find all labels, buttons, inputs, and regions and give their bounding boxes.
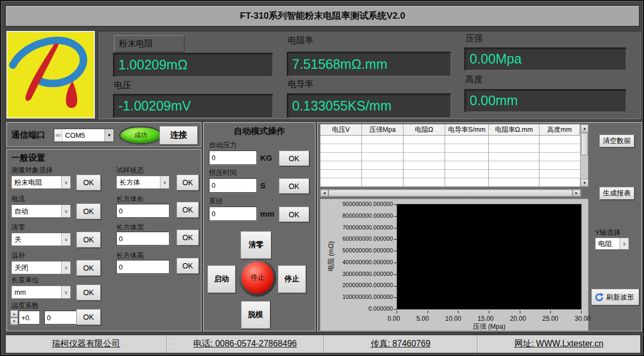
pressure-label: 压强 [465,33,482,44]
sample-state-ok-button[interactable]: OK [176,175,199,191]
auto-pressure-field[interactable]: 0 [209,151,257,165]
zeroing-select[interactable]: 关 ∨ [11,233,71,246]
com-port-select[interactable]: I/O COM5 ▼ [54,129,114,142]
hold-time-unit: S [260,178,265,193]
voltage-label: 电压 [114,80,131,91]
col-header-resistivity: 电阻率Ω.mm [489,124,540,135]
hold-time-label: 恒压时间 [209,168,237,178]
chevron-down-icon[interactable]: ∨ [61,262,70,274]
cuboid-height-field[interactable]: 0 [116,260,170,274]
cuboid-width-ok-button[interactable]: OK [176,230,199,246]
temp-coefficient-stepper[interactable]: ▲ ▼ [10,310,18,325]
auto-mode-panel: 自动模式操作 自动压力 0 KG OK 恒压时间 0 S OK 直径 0 mm … [203,122,316,331]
auto-mode-title: 自动模式操作 [204,126,315,137]
chevron-down-icon[interactable]: ∨ [61,205,70,217]
col-header-conductivity: 电导率S/mm [445,124,489,135]
plot-area [397,204,582,310]
cuboid-length-ok-button[interactable]: OK [176,202,199,218]
logo-r-icon [7,32,94,117]
clear-button[interactable]: 清零 [240,231,271,259]
diameter-ok-button[interactable]: OK [279,207,309,222]
measurement-display-panel: 粉末电阻 1.00209mΩ 电压 -1.00209mV 电阻率 7.51568… [98,31,641,119]
scroll-left-icon[interactable]: ◄ [320,189,328,196]
measure-object-select[interactable]: 粉末电阻 ∨ [11,176,71,189]
connection-status-text: 成功 [134,131,147,140]
hold-time-field[interactable]: 0 [209,178,257,193]
powder-resistance-value: 1.00209mΩ [113,53,273,77]
temp-comp-label: 温补 [11,251,25,260]
connect-button[interactable]: 连接 [159,126,198,145]
increment-arrow-icon[interactable]: ▲ [10,310,18,318]
scroll-up-icon[interactable]: ▲ [581,124,589,132]
cuboid-width-field[interactable]: 0 [116,232,170,246]
waveform-chart: 电阻 (mΩ) 900000000.000000 800000000.00000… [320,199,589,331]
visa-io-icon: I/O [54,129,62,141]
horizontal-scroll-thumb[interactable] [328,189,573,196]
measure-object-ok-button[interactable]: OK [76,175,101,191]
chevron-down-icon[interactable]: ∨ [619,238,629,249]
auto-pressure-ok-button[interactable]: OK [279,151,309,166]
pressure-value: 0.00Mpa [464,48,626,70]
resistivity-label: 电阻率 [288,35,313,46]
cuboid-height-ok-button[interactable]: OK [176,258,199,274]
results-table: 电压V 压强Mpa 电阻Ω 电导率S/mm 电阻率Ω.mm 高度mm ▲ ▼ [320,124,589,187]
resistivity-value: 7.51568mΩ.mm [287,52,451,76]
results-region: 电压V 压强Mpa 电阻Ω 电导率S/mm 电阻率Ω.mm 高度mm ▲ ▼ ◄… [317,122,642,331]
clear-data-button[interactable]: 清空数据 [599,135,634,147]
chevron-down-icon[interactable]: ∨ [61,176,70,188]
length-unit-select[interactable]: mm ∨ [11,286,71,299]
sample-state-select[interactable]: 长方体 ∨ [116,176,170,189]
app-window: FT-310系列智能粉末电阻率测试系统V2.0 粉末电阻 1.00209mΩ 电… [0,0,644,356]
table-vertical-scrollbar[interactable]: ▲ ▼ [580,124,588,187]
table-horizontal-scrollbar[interactable]: ◄ ► [320,189,581,197]
col-header-voltage: 电压V [320,124,362,135]
x-axis-title: 压强 (Mpa) [397,322,582,331]
x-axis-tick-labels: 0.00 5.00 10.00 15.00 20.00 25.00 30.00 [388,315,591,322]
refresh-waveform-button[interactable]: 刷新波形 [591,289,639,305]
table-body[interactable] [320,136,580,187]
zeroing-ok-button[interactable]: OK [76,232,101,248]
sample-state-label: 试样状态 [116,165,144,175]
y-axis-select-label: Y轴选择 [595,228,621,238]
diameter-unit: mm [260,207,275,221]
cuboid-length-field[interactable]: 0 [116,204,170,218]
length-unit-ok-button[interactable]: OK [76,284,101,300]
website-url: 网址: WWW.Lxtester.cn [478,335,640,353]
temp-coefficient-spin-field[interactable]: +0. [19,311,40,325]
dropdown-arrow-icon[interactable]: ▼ [104,129,114,141]
emergency-stop-button[interactable]: 停止 [241,262,273,294]
emergency-stop-bezel: 停止 [239,259,276,297]
decrement-arrow-icon[interactable]: ▼ [10,318,18,325]
temp-coefficient-value-field[interactable]: 0 [44,311,78,325]
auto-pressure-unit: KG [260,151,272,165]
generate-report-button[interactable]: 生成报表 [599,187,634,200]
diameter-field[interactable]: 0 [209,207,257,221]
refresh-icon [594,292,604,302]
chevron-down-icon[interactable]: ∨ [160,176,169,188]
stop-button[interactable]: 停止 [278,265,306,293]
temp-comp-ok-button[interactable]: OK [76,260,101,276]
chevron-down-icon[interactable]: ∨ [61,286,70,298]
current-ok-button[interactable]: OK [76,203,101,219]
current-select[interactable]: 自动 ∨ [11,204,71,218]
temp-coefficient-ok-button[interactable]: OK [76,309,101,325]
scroll-right-icon[interactable]: ► [573,189,581,196]
demold-button[interactable]: 脱模 [241,301,270,329]
cuboid-width-label: 长方体宽 [116,223,144,232]
temp-comp-select[interactable]: 关闭 ∨ [11,261,71,274]
comm-port-label: 通信端口 [11,123,45,147]
zeroing-label: 清零 [11,223,25,232]
footer-bar: 瑞柯仪器有限公司 电话: 0086-0574-27868496 传真: 8746… [5,335,641,353]
auto-pressure-label: 自动压力 [209,140,237,150]
hold-time-ok-button[interactable]: OK [279,178,309,194]
height-label: 高度 [465,74,482,85]
vertical-scroll-thumb[interactable] [581,133,588,155]
y-axis-select[interactable]: 电阻 ∨ [595,238,629,250]
start-button[interactable]: 启动 [207,265,236,293]
col-header-height: 高度mm [540,124,580,135]
scroll-down-icon[interactable]: ▼ [581,179,589,187]
chevron-down-icon[interactable]: ∨ [61,233,70,246]
general-settings-title: 一般设置 [11,153,45,164]
height-value: 0.00mm [464,89,626,112]
company-name: 瑞柯仪器有限公司 [6,335,167,353]
